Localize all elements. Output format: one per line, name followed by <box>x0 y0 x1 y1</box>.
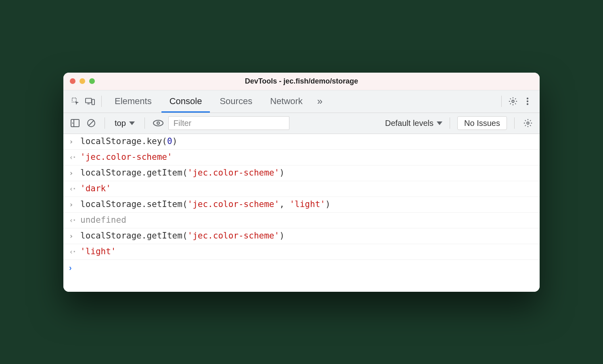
divider <box>501 96 502 107</box>
console-code: localStorage.setItem('jec.color-scheme',… <box>80 199 534 209</box>
tab-console[interactable]: Console <box>161 90 210 113</box>
output-marker-icon <box>69 184 76 194</box>
settings-icon[interactable] <box>507 95 519 108</box>
minimize-window-button[interactable] <box>80 78 85 84</box>
console-output: localStorage.key(0) 'jec.color-scheme' l… <box>63 134 540 292</box>
svg-line-11 <box>89 121 94 126</box>
divider <box>101 96 102 107</box>
tabstrip: Elements Console Sources Network » <box>63 90 540 113</box>
console-toolbar: top Default levels No Issues <box>63 113 540 134</box>
device-toolbar-icon[interactable] <box>84 95 96 108</box>
filter-input[interactable] <box>168 116 289 130</box>
tab-elements[interactable]: Elements <box>107 90 160 113</box>
console-code: localStorage.getItem('jec.color-scheme') <box>80 231 534 241</box>
console-prompt[interactable]: › <box>63 260 540 276</box>
divider <box>105 117 105 129</box>
svg-point-12 <box>153 120 163 126</box>
console-code: 'light' <box>80 247 534 256</box>
chevron-down-icon <box>129 121 135 125</box>
tab-network[interactable]: Network <box>262 90 311 113</box>
divider <box>144 117 145 129</box>
svg-point-7 <box>527 103 528 105</box>
console-input-row: localStorage.key(0) <box>63 134 540 150</box>
maximize-window-button[interactable] <box>89 78 95 84</box>
issues-button[interactable]: No Issues <box>457 116 507 130</box>
level-label: Default levels <box>385 119 433 128</box>
output-marker-icon <box>69 215 76 226</box>
window-title: DevTools - jec.fish/demo/storage <box>245 77 358 86</box>
chevron-down-icon <box>437 121 442 125</box>
console-code: localStorage.key(0) <box>80 136 534 146</box>
svg-point-13 <box>157 122 159 124</box>
console-input-row: localStorage.getItem('jec.color-scheme') <box>63 165 540 181</box>
svg-point-4 <box>512 100 514 103</box>
svg-point-14 <box>527 122 529 124</box>
svg-rect-1 <box>86 98 92 103</box>
console-code: 'jec.color-scheme' <box>80 152 534 162</box>
divider <box>450 117 450 129</box>
context-label: top <box>115 119 126 128</box>
svg-point-6 <box>527 100 528 102</box>
console-code: undefined <box>80 215 534 225</box>
console-code: localStorage.getItem('jec.color-scheme') <box>80 168 534 178</box>
toggle-sidebar-icon[interactable] <box>69 117 81 129</box>
console-settings-icon[interactable] <box>522 117 534 129</box>
tab-sources[interactable]: Sources <box>211 90 260 113</box>
devtools-window: DevTools - jec.fish/demo/storage Element… <box>63 73 540 292</box>
console-code: 'dark' <box>80 184 534 193</box>
prompt-marker-icon: › <box>69 263 76 272</box>
input-marker-icon <box>69 231 76 241</box>
close-window-button[interactable] <box>70 78 75 84</box>
input-marker-icon <box>69 199 76 210</box>
output-marker-icon <box>69 247 76 257</box>
console-input-row: localStorage.getItem('jec.color-scheme') <box>63 228 540 244</box>
traffic-lights <box>70 78 95 84</box>
console-output-row: 'jec.color-scheme' <box>63 150 540 165</box>
console-output-row: undefined <box>63 213 540 228</box>
console-output-row: 'light' <box>63 244 540 260</box>
live-expression-icon[interactable] <box>152 117 164 129</box>
svg-point-5 <box>527 98 528 99</box>
clear-console-icon[interactable] <box>85 117 97 129</box>
output-marker-icon <box>69 152 76 163</box>
tabs-overflow-button[interactable]: » <box>312 96 327 107</box>
titlebar: DevTools - jec.fish/demo/storage <box>63 73 540 90</box>
console-output-row: 'dark' <box>63 181 540 197</box>
console-input-row: localStorage.setItem('jec.color-scheme',… <box>63 197 540 213</box>
svg-rect-3 <box>92 99 94 105</box>
log-level-select[interactable]: Default levels <box>385 119 442 128</box>
divider <box>514 117 515 129</box>
more-menu-icon[interactable] <box>521 95 534 108</box>
input-marker-icon <box>69 168 76 178</box>
execution-context-select[interactable]: top <box>112 119 137 128</box>
input-marker-icon <box>69 136 76 147</box>
inspect-element-icon[interactable] <box>69 95 82 108</box>
